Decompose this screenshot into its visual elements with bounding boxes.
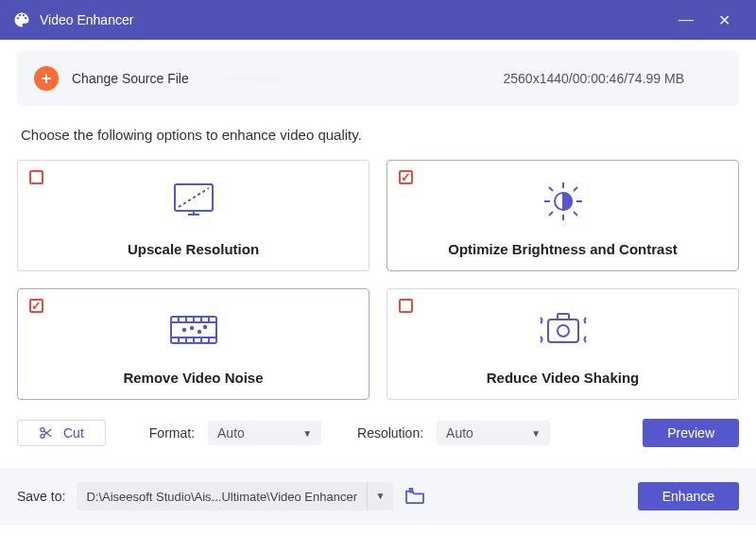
palette-icon <box>13 11 30 28</box>
svg-line-1 <box>179 188 209 207</box>
close-button[interactable]: ✕ <box>705 11 743 29</box>
controls-row: Cut Format: Auto ▼ Resolution: Auto ▼ Pr… <box>17 419 739 447</box>
source-meta: 2560x1440/00:00:46/74.99 MB <box>504 71 685 86</box>
film-icon <box>167 289 220 370</box>
card-label: Upscale Resolution <box>128 241 259 257</box>
checkbox-brightness[interactable] <box>399 170 413 184</box>
svg-point-28 <box>198 330 199 332</box>
checkbox-noise[interactable] <box>29 299 43 313</box>
preview-button[interactable]: Preview <box>643 419 739 447</box>
svg-point-27 <box>190 326 192 328</box>
format-value: Auto <box>217 425 245 441</box>
card-upscale-resolution[interactable]: Upscale Resolution <box>17 160 369 271</box>
save-path: D:\Aiseesoft Studio\Ais...Ultimate\Video… <box>77 490 367 504</box>
format-label: Format: <box>149 425 195 441</box>
resolution-label: Resolution: <box>357 425 423 441</box>
card-reduce-shaking[interactable]: Reduce Video Shaking <box>387 288 739 400</box>
app-title: Video Enhancer <box>40 12 667 27</box>
resolution-value: Auto <box>446 425 473 441</box>
svg-line-10 <box>574 212 577 216</box>
card-remove-noise[interactable]: Remove Video Noise <box>17 288 369 400</box>
upscale-icon <box>169 161 218 241</box>
checkbox-shaking[interactable] <box>399 299 413 313</box>
checkbox-upscale[interactable] <box>29 170 43 184</box>
svg-point-26 <box>182 328 184 330</box>
brightness-icon <box>537 161 590 241</box>
footer-bar: Save to: D:\Aiseesoft Studio\Ais...Ultim… <box>0 468 756 525</box>
svg-line-12 <box>574 187 577 191</box>
source-filename: · · · · · · · · <box>227 71 504 86</box>
cut-button[interactable]: Cut <box>17 420 106 446</box>
instruction-text: Choose the following options to enhance … <box>21 127 739 143</box>
add-source-icon[interactable]: + <box>34 66 59 91</box>
chevron-down-icon: ▼ <box>531 428 541 439</box>
path-dropdown[interactable]: ▼ <box>367 482 393 510</box>
enhance-button[interactable]: Enhance <box>638 482 739 510</box>
titlebar: Video Enhancer — ✕ <box>0 0 756 40</box>
card-optimize-brightness[interactable]: Optimize Brightness and Contrast <box>387 160 739 271</box>
card-label: Remove Video Noise <box>123 370 263 386</box>
svg-point-33 <box>41 428 44 432</box>
resolution-select[interactable]: Auto ▼ <box>437 421 550 445</box>
svg-rect-31 <box>558 314 569 320</box>
cut-label: Cut <box>63 425 84 441</box>
save-to-label: Save to: <box>17 489 65 504</box>
open-folder-icon[interactable] <box>404 488 425 505</box>
options-grid: Upscale Resolution Optimize Bright <box>17 160 739 400</box>
change-source-label[interactable]: Change Source File <box>72 71 189 86</box>
svg-point-29 <box>203 325 205 327</box>
card-label: Optimize Brightness and Contrast <box>448 241 678 257</box>
svg-point-32 <box>558 325 569 337</box>
svg-line-11 <box>549 212 553 216</box>
format-select[interactable]: Auto ▼ <box>208 421 321 445</box>
save-path-box: D:\Aiseesoft Studio\Ais...Ultimate\Video… <box>77 482 393 510</box>
svg-line-9 <box>549 187 553 191</box>
source-file-bar: + Change Source File · · · · · · · · 256… <box>17 51 739 106</box>
svg-rect-30 <box>548 320 578 342</box>
stabilize-icon <box>535 289 592 370</box>
minimize-button[interactable]: — <box>667 11 705 28</box>
svg-point-34 <box>41 434 44 438</box>
scissors-icon <box>39 425 54 441</box>
card-label: Reduce Video Shaking <box>487 370 639 386</box>
chevron-down-icon: ▼ <box>302 428 312 439</box>
